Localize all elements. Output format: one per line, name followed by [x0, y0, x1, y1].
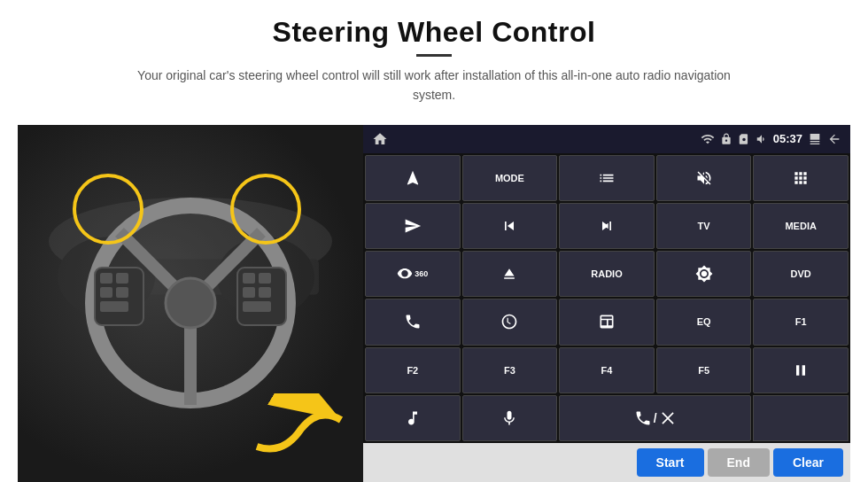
btn-mute[interactable] [656, 155, 752, 201]
volume-icon [756, 133, 768, 145]
btn-mic[interactable] [462, 395, 558, 441]
start-button[interactable]: Start [637, 448, 704, 477]
status-right: 05:37 [701, 132, 841, 146]
status-time: 05:37 [773, 132, 802, 145]
btn-compass[interactable] [462, 299, 558, 345]
page-subtitle: Your original car's steering wheel contr… [124, 66, 744, 105]
btn-f2[interactable]: F2 [365, 347, 461, 393]
svg-rect-10 [100, 273, 112, 284]
wifi-icon [701, 132, 715, 146]
title-divider [416, 54, 452, 57]
highlight-left-circle [73, 174, 143, 245]
btn-apps[interactable] [753, 155, 849, 201]
svg-rect-16 [243, 273, 255, 284]
status-left [372, 131, 388, 147]
btn-mode[interactable]: MODE [462, 155, 558, 201]
steering-img-bg [18, 125, 363, 482]
lock-icon [720, 133, 732, 145]
btn-eject[interactable] [462, 251, 558, 297]
svg-rect-18 [243, 287, 255, 298]
steering-image-panel [18, 125, 363, 482]
empty-cell [753, 395, 849, 441]
btn-next[interactable] [559, 203, 655, 249]
btn-f4[interactable]: F4 [559, 347, 655, 393]
btn-media[interactable]: MEDIA [753, 203, 849, 249]
title-section: Steering Wheel Control Your original car… [124, 16, 744, 118]
btn-call-volume[interactable]: / [559, 395, 751, 441]
back-icon [827, 132, 841, 146]
svg-rect-19 [259, 287, 271, 298]
btn-music[interactable] [365, 395, 461, 441]
home-icon [372, 131, 388, 147]
button-grid: MODE [363, 153, 850, 443]
content-area: 05:37 MODE [18, 125, 850, 482]
btn-brightness[interactable] [656, 251, 752, 297]
end-button[interactable]: End [708, 448, 770, 477]
svg-rect-11 [116, 273, 128, 284]
btn-playpause[interactable] [753, 347, 849, 393]
btn-f1[interactable]: F1 [753, 299, 849, 345]
action-bar: Start End Clear [363, 443, 850, 482]
highlight-right-circle [230, 174, 301, 245]
yellow-arrow [248, 393, 354, 464]
btn-prev[interactable] [462, 203, 558, 249]
svg-rect-12 [100, 287, 112, 298]
btn-360[interactable]: 360 [365, 251, 461, 297]
svg-rect-13 [116, 287, 128, 298]
btn-nav[interactable] [365, 155, 461, 201]
btn-window[interactable] [559, 299, 655, 345]
status-bar: 05:37 [363, 125, 850, 153]
btn-radio[interactable]: RADIO [559, 251, 655, 297]
clear-button[interactable]: Clear [773, 448, 843, 477]
btn-eq[interactable]: EQ [656, 299, 752, 345]
btn-f5[interactable]: F5 [656, 347, 752, 393]
svg-rect-17 [259, 273, 271, 284]
btn-tv[interactable]: TV [656, 203, 752, 249]
svg-rect-20 [243, 301, 271, 312]
btn-phone[interactable] [365, 299, 461, 345]
page-container: Steering Wheel Control Your original car… [0, 0, 868, 482]
page-title: Steering Wheel Control [124, 16, 744, 49]
btn-f3[interactable]: F3 [462, 347, 558, 393]
screen-icon [808, 132, 822, 146]
svg-point-8 [166, 278, 215, 328]
btn-send[interactable] [365, 203, 461, 249]
sim-icon [738, 133, 750, 145]
btn-dvd[interactable]: DVD [753, 251, 849, 297]
svg-rect-14 [100, 301, 128, 312]
control-panel: 05:37 MODE [363, 125, 850, 482]
btn-list[interactable] [559, 155, 655, 201]
